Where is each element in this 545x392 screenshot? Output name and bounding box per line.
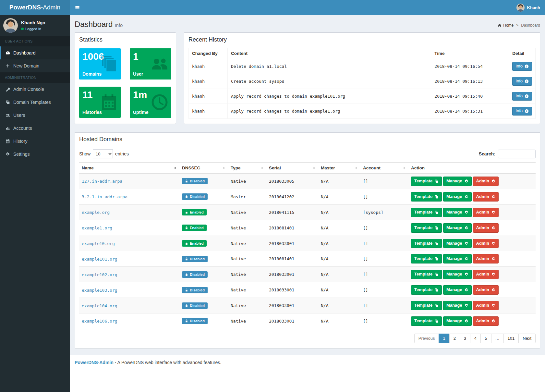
info-button[interactable]: Info bbox=[512, 62, 532, 71]
sidebar-item-accounts[interactable]: Accounts bbox=[0, 122, 70, 135]
domain-name-link[interactable]: example.org bbox=[82, 210, 110, 215]
domain-name-link[interactable]: example104.org bbox=[82, 303, 117, 308]
manage-button[interactable]: Manage bbox=[443, 316, 471, 326]
manage-button[interactable]: Manage bbox=[443, 223, 471, 233]
stat-box-user: 1User bbox=[130, 48, 171, 80]
sidebar-item-admin-console[interactable]: Admin Console bbox=[0, 83, 70, 96]
statistics-title: Statistics bbox=[79, 36, 171, 43]
template-button[interactable]: Template bbox=[411, 239, 442, 248]
domain-name-link[interactable]: example106.org bbox=[82, 319, 117, 324]
sort-icon bbox=[354, 166, 358, 170]
pagination-next[interactable]: Next bbox=[518, 334, 536, 343]
domain-master: N/A bbox=[318, 204, 360, 220]
pagination-page-3[interactable]: 3 bbox=[460, 334, 470, 343]
admin-button[interactable]: Admin bbox=[473, 239, 499, 248]
sidebar-item-users[interactable]: Users bbox=[0, 109, 70, 122]
sidebar-user-status[interactable]: Logged In bbox=[21, 27, 45, 31]
gear-icon bbox=[464, 257, 468, 261]
template-button[interactable]: Template bbox=[411, 192, 442, 202]
info-button[interactable]: Info bbox=[512, 107, 532, 116]
lock-icon bbox=[185, 273, 188, 276]
pagination-page-101[interactable]: 101 bbox=[503, 334, 519, 343]
domain-name-link[interactable]: example101.org bbox=[82, 257, 117, 262]
manage-button[interactable]: Manage bbox=[443, 177, 471, 186]
breadcrumb-home-link[interactable]: Home bbox=[498, 23, 514, 28]
template-button[interactable]: Template bbox=[411, 254, 442, 263]
domain-name-link[interactable]: example102.org bbox=[82, 272, 117, 277]
admin-button[interactable]: Admin bbox=[473, 254, 499, 263]
domain-name-link[interactable]: example103.org bbox=[82, 288, 117, 293]
stat-box-domains: 1006Domains bbox=[79, 48, 121, 80]
template-button[interactable]: Template bbox=[411, 208, 442, 217]
domain-serial: 2018033001 bbox=[266, 236, 318, 251]
dnssec-badge: Disabled bbox=[182, 302, 208, 309]
pagination: Previous12345…101Next bbox=[79, 329, 536, 344]
wrench-icon bbox=[6, 87, 10, 92]
online-dot-icon bbox=[21, 28, 24, 30]
brand-bold: PowerDNS bbox=[9, 4, 41, 11]
domain-name-link[interactable]: 3.2.1.in-addr.arpa bbox=[82, 194, 127, 199]
admin-button[interactable]: Admin bbox=[473, 301, 499, 310]
copy-icon bbox=[434, 241, 439, 246]
manage-button[interactable]: Manage bbox=[443, 208, 471, 217]
search-input[interactable] bbox=[498, 150, 536, 158]
info-button[interactable]: Info bbox=[512, 77, 532, 86]
sidebar-item-history[interactable]: History bbox=[0, 135, 70, 148]
column-header-serial[interactable]: Serial bbox=[266, 163, 318, 174]
copy-icon bbox=[434, 288, 439, 292]
pagination-page-4[interactable]: 4 bbox=[470, 334, 481, 343]
manage-button[interactable]: Manage bbox=[443, 192, 471, 202]
template-button[interactable]: Template bbox=[411, 270, 442, 279]
lock-icon bbox=[185, 304, 188, 307]
dnssec-badge: Enabled bbox=[182, 225, 207, 231]
admin-button[interactable]: Admin bbox=[473, 285, 499, 295]
template-button[interactable]: Template bbox=[411, 223, 442, 233]
column-header-dnssec[interactable]: DNSSEC bbox=[179, 163, 228, 174]
pagination-previous[interactable]: Previous bbox=[414, 334, 439, 343]
sidebar-toggle-button[interactable] bbox=[70, 0, 85, 15]
admin-button[interactable]: Admin bbox=[473, 177, 499, 186]
template-button[interactable]: Template bbox=[411, 177, 442, 186]
manage-button[interactable]: Manage bbox=[443, 285, 471, 295]
bar-chart-icon bbox=[6, 126, 10, 130]
sidebar-item-domain-templates[interactable]: Domain Templates bbox=[0, 96, 70, 109]
domain-name-link[interactable]: example1.org bbox=[82, 226, 112, 230]
domain-serial: 2018033001 bbox=[266, 313, 318, 329]
admin-button[interactable]: Admin bbox=[473, 208, 499, 217]
manage-button[interactable]: Manage bbox=[443, 239, 471, 248]
sidebar-item-settings[interactable]: Settings bbox=[0, 148, 70, 161]
column-header-type[interactable]: Type bbox=[228, 163, 266, 174]
history-time: 2018-08-14 09:15:40 bbox=[431, 89, 509, 104]
info-icon bbox=[525, 109, 529, 113]
footer-brand-link[interactable]: PowerDNS-Admin bbox=[75, 360, 114, 365]
admin-button[interactable]: Admin bbox=[473, 316, 499, 326]
admin-button[interactable]: Admin bbox=[473, 192, 499, 202]
column-header-master[interactable]: Master bbox=[318, 163, 360, 174]
column-header-name[interactable]: Name bbox=[79, 163, 179, 174]
page-length-select[interactable]: 10 bbox=[93, 149, 113, 158]
manage-button[interactable]: Manage bbox=[443, 270, 471, 279]
manage-button[interactable]: Manage bbox=[443, 254, 471, 263]
admin-button[interactable]: Admin bbox=[473, 223, 499, 233]
sidebar-item-new-domain[interactable]: New Domain bbox=[0, 59, 70, 72]
template-button[interactable]: Template bbox=[411, 285, 442, 295]
domain-name-link[interactable]: 127.in-addr.arpa bbox=[82, 179, 122, 184]
template-button[interactable]: Template bbox=[411, 316, 442, 326]
entries-label: entries bbox=[115, 151, 129, 156]
admin-button[interactable]: Admin bbox=[473, 270, 499, 279]
navbar-user-menu[interactable]: Khanh bbox=[512, 0, 545, 15]
sidebar-item-dashboard[interactable]: Dashboard bbox=[0, 46, 70, 59]
domain-row: example104.orgDisabledNative2018033001N/… bbox=[79, 298, 536, 313]
pagination-page-2[interactable]: 2 bbox=[449, 334, 460, 343]
manage-button[interactable]: Manage bbox=[443, 301, 471, 310]
pagination-page-1[interactable]: 1 bbox=[439, 334, 449, 343]
column-header-account[interactable]: Account bbox=[360, 163, 408, 174]
info-button[interactable]: Info bbox=[512, 92, 532, 101]
pagination-page-5[interactable]: 5 bbox=[480, 334, 491, 343]
statistics-grid: 1006Domains1User11Histories1mUptime bbox=[75, 46, 176, 124]
template-button[interactable]: Template bbox=[411, 301, 442, 310]
domain-name-link[interactable]: example10.org bbox=[82, 241, 115, 246]
sidebar-item-label: New Domain bbox=[13, 63, 39, 68]
domain-serial: 2018033001 bbox=[266, 267, 318, 282]
app-logo[interactable]: PowerDNS-Admin bbox=[0, 0, 70, 15]
